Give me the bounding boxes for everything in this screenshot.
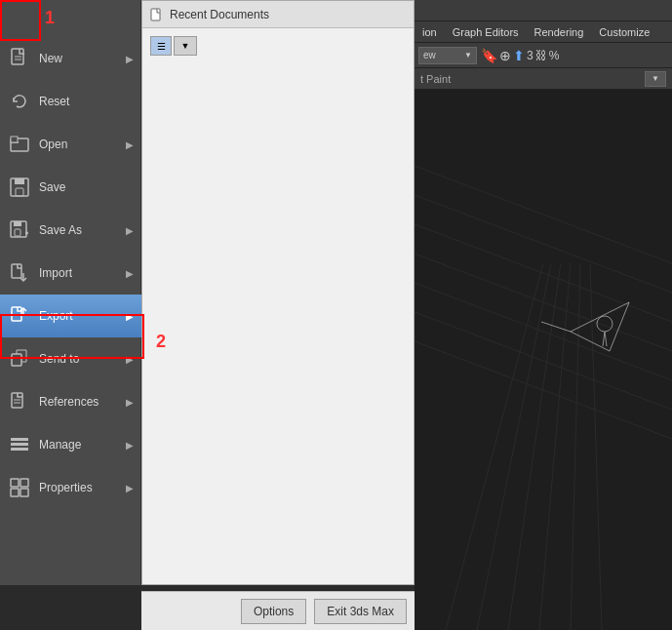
svg-rect-46	[11, 489, 19, 496]
save-as-label: Save As	[39, 223, 118, 237]
menu-ion[interactable]: ion	[415, 21, 445, 42]
menu-item-save[interactable]: Save	[0, 166, 141, 209]
menu-item-export[interactable]: Export ▶	[0, 295, 141, 337]
menu-item-new[interactable]: New ▶	[0, 37, 141, 80]
menu-item-send-to[interactable]: Send to ▶	[0, 337, 141, 380]
references-arrow: ▶	[126, 397, 134, 408]
open-label: Open	[39, 138, 118, 151]
viewport-title: t Paint	[420, 73, 451, 85]
recent-panel-header: Recent Documents	[142, 1, 414, 28]
up-arrow-icon[interactable]: ⬆	[513, 48, 525, 63]
svg-rect-25	[11, 137, 18, 142]
svg-rect-27	[15, 178, 24, 184]
import-arrow: ▶	[126, 268, 134, 279]
view-dropdown-btn[interactable]: ▼	[174, 36, 197, 56]
viewport-canvas	[415, 68, 672, 630]
send-to-label: Send to	[39, 352, 118, 366]
menu-item-manage[interactable]: Manage ▶	[0, 423, 141, 466]
open-icon	[8, 133, 31, 156]
menu-item-properties[interactable]: Properties ▶	[0, 466, 141, 509]
manage-arrow: ▶	[126, 440, 134, 451]
recent-docs-area	[150, 63, 406, 512]
properties-arrow: ▶	[126, 483, 134, 493]
crosshair-icon[interactable]: ⊕	[499, 48, 511, 63]
svg-rect-45	[11, 479, 19, 487]
recent-panel-title: Recent Documents	[170, 8, 269, 21]
svg-rect-31	[15, 229, 20, 236]
svg-rect-42	[11, 438, 28, 441]
reset-label: Reset	[39, 95, 134, 108]
svg-rect-44	[11, 448, 28, 451]
viewport-3d: t Paint	[415, 68, 672, 630]
view-controls: ☰ ▼	[150, 36, 406, 56]
recent-panel: Recent Documents ☰ ▼	[141, 0, 415, 585]
open-arrow: ▶	[126, 139, 134, 150]
bookmark-icon[interactable]: 🔖	[481, 48, 497, 63]
exit-button[interactable]: Exit 3ds Max	[314, 599, 407, 624]
menu-item-open[interactable]: Open ▶	[0, 123, 141, 166]
chain-icon[interactable]: ⛓	[535, 49, 547, 62]
sidebar-menu: New ▶ Reset Open ▶	[0, 0, 141, 585]
new-label: New	[39, 52, 118, 65]
recent-panel-body: ☰ ▼	[142, 28, 414, 520]
menu-item-save-as[interactable]: Save As ▶	[0, 209, 141, 252]
options-button[interactable]: Options	[241, 599, 306, 624]
svg-rect-49	[151, 9, 160, 20]
menu-graph-editors[interactable]: Graph Editors	[445, 21, 527, 42]
recent-panel-footer: Options Exit 3ds Max	[141, 591, 415, 630]
import-icon	[8, 261, 31, 285]
save-label: Save	[39, 180, 134, 194]
viewport-header: t Paint ▼	[415, 68, 672, 90]
svg-rect-36	[12, 307, 21, 321]
send-to-icon	[8, 347, 31, 371]
viewport-dropdown[interactable]: ▼	[645, 71, 666, 87]
list-view-btn[interactable]: ☰	[150, 36, 172, 56]
svg-rect-30	[14, 221, 21, 226]
new-icon	[8, 47, 31, 70]
menu-item-reset[interactable]: Reset	[0, 80, 141, 123]
svg-rect-47	[20, 479, 28, 487]
svg-rect-43	[11, 443, 28, 446]
menu-rendering[interactable]: Rendering	[527, 21, 592, 42]
save-as-icon	[8, 218, 31, 242]
dropdown-overlay: New ▶ Reset Open ▶	[0, 0, 415, 630]
reset-icon	[8, 90, 31, 113]
svg-rect-38	[12, 354, 21, 366]
save-icon	[8, 176, 31, 199]
properties-icon	[8, 476, 31, 499]
export-icon	[8, 304, 31, 328]
references-label: References	[39, 395, 118, 409]
export-arrow: ▶	[126, 311, 134, 322]
menu-bar: ion Graph Editors Rendering Customize	[415, 21, 672, 43]
toolbar-icons-group: 🔖 ⊕ ⬆ 3 ⛓ %	[481, 48, 559, 63]
new-arrow: ▶	[126, 54, 134, 64]
manage-label: Manage	[39, 438, 118, 452]
references-icon	[8, 390, 31, 413]
toolbar-secondary: ew ▼ 🔖 ⊕ ⬆ 3 ⛓ %	[415, 43, 672, 68]
viewport-selector[interactable]: ew ▼	[418, 47, 477, 64]
properties-label: Properties	[39, 481, 118, 494]
menu-item-references[interactable]: References ▶	[0, 380, 141, 423]
svg-rect-48	[20, 489, 28, 496]
percent-icon[interactable]: %	[549, 49, 560, 62]
save-as-arrow: ▶	[126, 225, 134, 236]
manage-icon	[8, 433, 31, 456]
menu-items-list: New ▶ Reset Open ▶	[0, 37, 141, 509]
send-to-arrow: ▶	[126, 354, 134, 365]
export-label: Export	[39, 309, 118, 323]
number-icon[interactable]: 3	[527, 49, 534, 62]
svg-rect-34	[12, 264, 21, 278]
svg-rect-0	[415, 68, 672, 630]
menu-customize[interactable]: Customize	[591, 21, 657, 42]
menu-item-import[interactable]: Import ▶	[0, 252, 141, 295]
import-label: Import	[39, 266, 118, 280]
recent-doc-icon	[150, 8, 164, 21]
svg-rect-28	[16, 188, 23, 196]
